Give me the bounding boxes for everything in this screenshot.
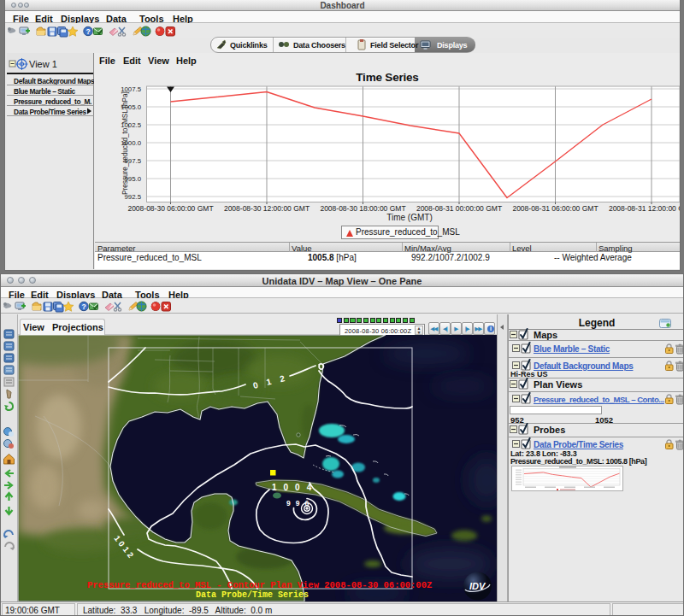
svg-text:996: 996 <box>286 499 314 507</box>
svg-text:?: ? <box>81 302 86 311</box>
svg-text:1004: 1004 <box>272 483 318 492</box>
svg-text:Pressure_reduced_to_MSL - Cont: Pressure_reduced_to_MSL - Contour Plan V… <box>87 580 432 590</box>
svg-text:Data Probe/Time Series: Data Probe/Time Series <box>196 590 309 600</box>
svg-text:IDV: IDV <box>469 581 486 591</box>
svg-text:?: ? <box>86 27 90 36</box>
